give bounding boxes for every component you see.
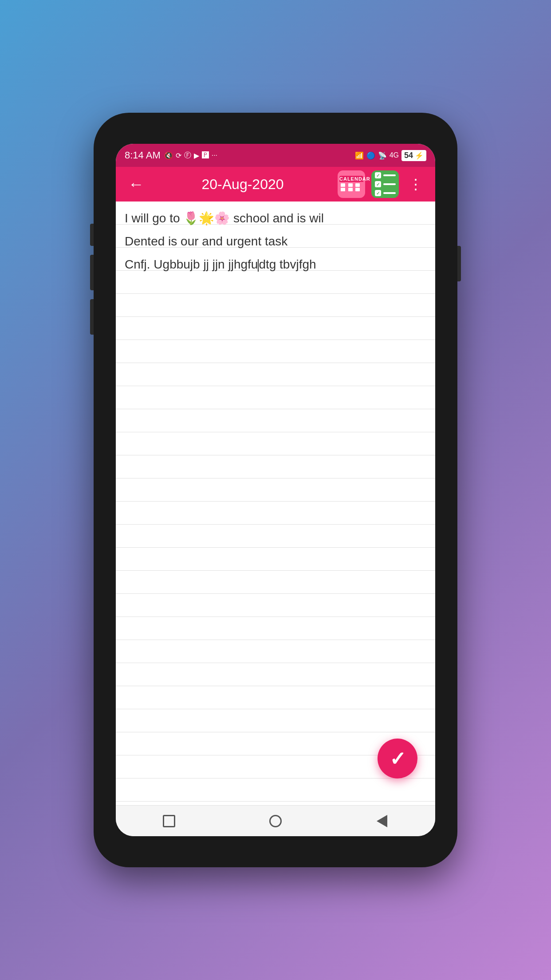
check-mark-1: ✓ (376, 173, 380, 178)
check-line-1: ✓ (375, 172, 396, 178)
checklist-lines: ✓ ✓ ✓ (371, 169, 399, 200)
signal-icon: 📡 (378, 151, 387, 160)
cal-cell-3 (355, 183, 360, 187)
more-button[interactable]: ⋮ (405, 172, 426, 196)
cal-cell-1 (341, 183, 345, 187)
cal-cell-5 (348, 188, 353, 191)
nav-recents-button[interactable] (158, 810, 180, 832)
phone-screen: 8:14 AM 🔇 ⟳ Ⓕ ▶ 🅿 ··· 📶 🔵 📡 4G 54 ⚡ (116, 144, 435, 836)
bluetooth-icon: 🔵 (366, 151, 375, 160)
lined-paper: I will go to 🌷🌟🌸 school and is wil Dente… (116, 202, 435, 805)
battery-percent: 54 (404, 151, 413, 160)
status-time: 8:14 AM (125, 150, 161, 161)
recents-icon (163, 815, 175, 827)
status-icons-left: 🔇 ⟳ Ⓕ ▶ 🅿 ··· (164, 151, 217, 160)
checklist-button[interactable]: ✓ ✓ ✓ (371, 170, 399, 198)
battery-icon: ⚡ (415, 151, 424, 160)
cal-cell-6 (355, 188, 360, 191)
note-line-3-part2: dtg tbvjfgh (259, 257, 316, 271)
cal-cell-2 (348, 183, 353, 187)
phone-frame: 8:14 AM 🔇 ⟳ Ⓕ ▶ 🅿 ··· 📶 🔵 📡 4G 54 ⚡ (94, 113, 457, 867)
nav-back-button[interactable] (371, 810, 393, 832)
cal-cell-4 (341, 188, 345, 191)
dots-icon: ··· (212, 151, 217, 159)
mute-icon: 🔇 (164, 151, 173, 160)
check-bar-2 (383, 183, 396, 185)
done-check-icon: ✓ (390, 747, 406, 770)
note-line-2: Dented is our and urgent task (125, 230, 426, 253)
silent-button[interactable] (90, 224, 94, 246)
nav-home-button[interactable] (264, 810, 287, 832)
back-icon (377, 815, 387, 827)
back-button[interactable]: ← (125, 171, 148, 197)
note-line-3-part1: Cnfj. Ugbbujb jj jjn jjhgfu (125, 257, 258, 271)
power-button[interactable] (457, 246, 461, 281)
status-right: 📶 🔵 📡 4G 54 ⚡ (355, 150, 426, 161)
done-fab-button[interactable]: ✓ (378, 739, 417, 778)
calendar-grid (339, 182, 363, 193)
note-line-1: I will go to 🌷🌟🌸 school and is wil (125, 207, 426, 230)
check-box-1: ✓ (375, 172, 381, 178)
note-content[interactable]: I will go to 🌷🌟🌸 school and is wil Dente… (116, 202, 435, 276)
volume-up-button[interactable] (90, 255, 94, 290)
calendar-button[interactable]: CALENDAR (338, 170, 365, 198)
toolbar-title: 20-Aug-2020 (155, 176, 331, 193)
check-line-2: ✓ (375, 181, 396, 187)
check-line-3: ✓ (375, 190, 396, 196)
volume-down-button[interactable] (90, 299, 94, 335)
status-left: 8:14 AM 🔇 ⟳ Ⓕ ▶ 🅿 ··· (125, 150, 217, 161)
status-bar: 8:14 AM 🔇 ⟳ Ⓕ ▶ 🅿 ··· 📶 🔵 📡 4G 54 ⚡ (116, 144, 435, 167)
nav-bar (116, 805, 435, 836)
note-area[interactable]: I will go to 🌷🌟🌸 school and is wil Dente… (116, 202, 435, 805)
calendar-label: CALENDAR (339, 176, 363, 182)
battery-container: 54 ⚡ (401, 150, 426, 161)
check-bar-3 (383, 192, 396, 194)
youtube-icon: ▶ (194, 151, 199, 160)
app-toolbar: ← 20-Aug-2020 CALENDAR (116, 167, 435, 202)
home-icon (269, 815, 282, 827)
parking-icon: 🅿 (202, 151, 209, 159)
note-line-3: Cnfj. Ugbbujb jj jjn jjhgfudtg tbvjfgh (125, 253, 426, 276)
circle-icon: Ⓕ (184, 151, 191, 160)
data-4g-icon: 4G (390, 151, 399, 159)
check-box-3: ✓ (375, 190, 381, 196)
sync-icon: ⟳ (176, 151, 181, 160)
check-mark-3: ✓ (376, 191, 380, 196)
wifi-icon: 📶 (355, 151, 364, 160)
check-bar-1 (383, 174, 396, 176)
check-box-2: ✓ (375, 181, 381, 187)
check-mark-2: ✓ (376, 182, 380, 187)
toolbar-icons: CALENDAR ✓ (338, 170, 426, 198)
